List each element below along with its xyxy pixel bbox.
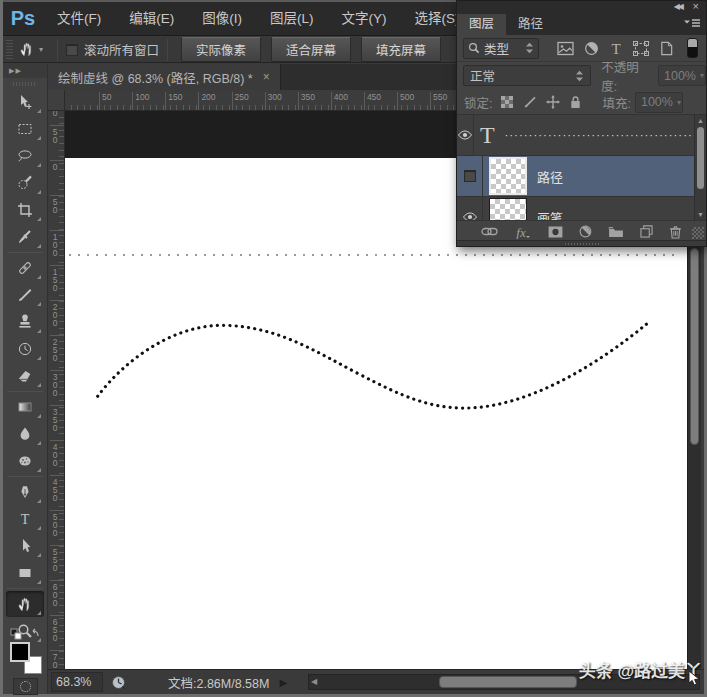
menu-item-1[interactable]: 编辑(E) (115, 2, 188, 35)
panel-bottom-edge[interactable] (457, 240, 706, 246)
panel-resize-grip[interactable] (692, 227, 704, 239)
layer-row-1[interactable]: 路径 (457, 156, 694, 197)
group-button[interactable] (608, 226, 624, 238)
scroll-all-windows-checkbox[interactable] (66, 44, 78, 56)
layer-name[interactable]: 画笔 (537, 208, 563, 221)
tool-quick-selection[interactable] (6, 170, 44, 196)
panel-tab-1[interactable]: 路径 (506, 14, 555, 35)
tool-path-selection[interactable] (6, 533, 44, 559)
layer-name[interactable]: 路径 (537, 167, 563, 186)
layer-row-2[interactable]: 画笔 (457, 197, 694, 220)
link-button[interactable] (481, 226, 498, 237)
layer-list: T·······································… (457, 115, 694, 220)
vertical-ruler[interactable]: 1005005010015020025030035040045050055060… (48, 111, 65, 669)
toolbar-expand-icon[interactable]: ▶▶ (3, 64, 47, 78)
tool-clone-stamp[interactable] (6, 309, 44, 335)
zoom-level-field[interactable]: 68.3% (51, 672, 103, 692)
adjustment-circle-button[interactable] (579, 225, 592, 238)
layer-thumbnail[interactable] (489, 157, 527, 195)
toolbar-divider (7, 476, 43, 477)
panel-title-bar[interactable]: ◀◀ × (457, 1, 706, 14)
type-filter-icon[interactable]: T (609, 41, 623, 56)
foreground-color-swatch[interactable] (10, 642, 30, 662)
quick-mask-button[interactable] (13, 678, 38, 695)
visibility-toggle[interactable] (457, 156, 483, 196)
chevron-down-icon[interactable]: ▾ (677, 98, 681, 107)
new-layer-button[interactable] (640, 225, 653, 238)
close-icon[interactable]: × (693, 0, 699, 12)
document-tab[interactable]: 绘制虚线 @ 68.3% (路径, RGB/8) * × (48, 64, 281, 90)
lock-transparency-icon[interactable] (500, 95, 514, 109)
tool-type[interactable]: T (6, 506, 44, 532)
adjustment-filter-icon[interactable] (584, 41, 599, 56)
tool-hand[interactable] (6, 591, 44, 617)
layer-row-0[interactable]: T·······································… (457, 115, 694, 156)
text-layer-thumbnail[interactable]: T (480, 122, 495, 149)
filter-kind-label: 类型 (484, 39, 509, 58)
menu-item-2[interactable]: 图像(I) (188, 2, 256, 35)
tool-pen[interactable] (6, 479, 44, 505)
scroll-down-icon[interactable]: ▼ (695, 211, 706, 218)
menu-item-4[interactable]: 文字(Y) (328, 2, 401, 35)
horizontal-scrollbar-thumb[interactable] (439, 676, 577, 688)
scroll-up-icon[interactable]: ▲ (695, 117, 706, 124)
scroll-left-arrow-icon[interactable]: ◀ (311, 677, 317, 686)
options-grip[interactable] (6, 40, 13, 60)
mask-button[interactable] (548, 226, 563, 238)
tool-preset-hand[interactable]: ▾ (13, 41, 49, 58)
smart-object-filter-icon[interactable] (659, 41, 674, 56)
tool-gradient[interactable] (6, 394, 44, 420)
tool-eraser[interactable] (6, 363, 44, 389)
trash-button[interactable] (669, 225, 682, 239)
lock-icons (500, 95, 582, 109)
visibility-toggle[interactable] (457, 115, 474, 155)
options-button-0[interactable]: 实际像素 (181, 37, 261, 62)
blend-mode-dropdown[interactable]: 正常 (463, 65, 591, 86)
scroll-all-windows-option[interactable]: 滚动所有窗口 (66, 40, 159, 59)
chevron-down-icon[interactable]: ▾ (39, 45, 43, 54)
tool-rectangular-marquee[interactable] (6, 116, 44, 142)
lock-position-icon[interactable] (546, 95, 560, 109)
collapse-panel-icon[interactable]: ◀◀ (674, 2, 682, 11)
options-button-2[interactable]: 填充屏幕 (361, 37, 441, 62)
tool-blur[interactable] (6, 421, 44, 447)
toolbar-grip[interactable] (13, 80, 37, 88)
photoshop-window: Ps 文件(F)编辑(E)图像(I)图层(L)文字(Y)选择(S)滤镜(T)3D… (0, 0, 707, 697)
panel-tab-0[interactable]: 图层 (457, 14, 506, 35)
tool-brush[interactable] (6, 282, 44, 308)
shape-filter-icon[interactable] (633, 41, 649, 56)
chevron-down-icon[interactable]: ▾ (700, 71, 704, 80)
tool-eyedropper[interactable] (6, 224, 44, 250)
ruler-corner[interactable] (48, 90, 65, 111)
image-filter-icon[interactable] (557, 41, 574, 56)
filter-toggle-switch[interactable] (687, 38, 698, 58)
tool-move[interactable] (6, 89, 44, 115)
filter-kind-dropdown[interactable]: 类型 (463, 38, 539, 59)
status-popup-arrow-icon[interactable]: ▶ (279, 677, 287, 688)
layer-list-scrollbar-thumb[interactable] (697, 127, 704, 189)
tool-rectangle[interactable] (6, 560, 44, 586)
options-button-1[interactable]: 适合屏幕 (271, 37, 351, 62)
opacity-field[interactable]: 100% ▾ (658, 65, 706, 86)
hruler-label-550: 550 (433, 92, 447, 102)
lock-all-icon[interactable] (569, 95, 582, 109)
tool-spot-healing[interactable] (6, 255, 44, 281)
swap-colors-icon[interactable] (9, 628, 43, 642)
lock-pixels-icon[interactable] (523, 95, 537, 109)
visibility-toggle[interactable] (457, 197, 483, 220)
tool-history-brush[interactable] (6, 336, 44, 362)
vertical-scrollbar-thumb[interactable] (690, 248, 699, 445)
layer-name[interactable]: ········································… (505, 130, 694, 141)
document-size-info: 文档:2.86M/8.58M (168, 673, 269, 692)
menu-item-3[interactable]: 图层(L) (256, 2, 328, 35)
layer-thumbnail[interactable] (489, 198, 527, 220)
panel-menu-icon[interactable] (684, 19, 700, 28)
layer-list-scrollbar[interactable]: ▲ ▼ (694, 115, 706, 220)
tool-sponge[interactable] (6, 448, 44, 474)
tool-lasso[interactable] (6, 143, 44, 169)
close-icon[interactable]: × (263, 70, 270, 84)
tool-crop[interactable] (6, 197, 44, 223)
fx-button[interactable]: fx (514, 225, 532, 239)
fill-field[interactable]: 100% ▾ (635, 92, 683, 113)
menu-item-0[interactable]: 文件(F) (43, 2, 115, 35)
